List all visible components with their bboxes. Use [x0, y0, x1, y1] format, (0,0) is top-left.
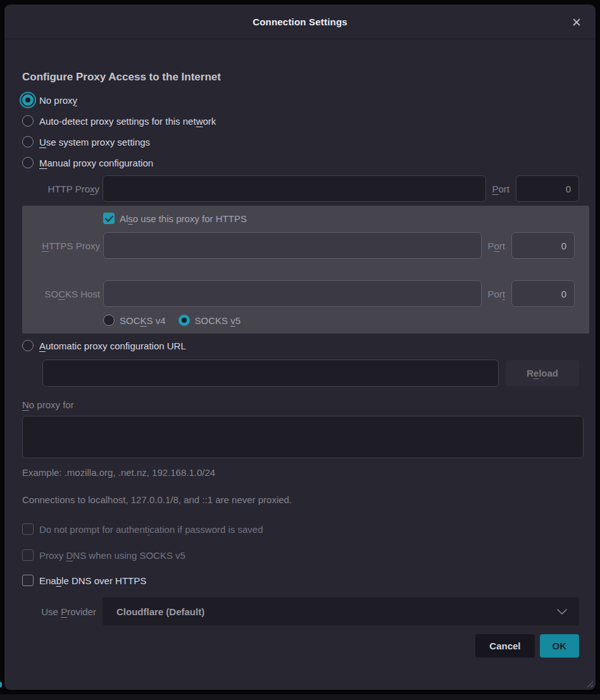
- proxy-dns-label: Proxy DNS when using SOCKS v5: [39, 550, 185, 561]
- dialog-titlebar: Connection Settings ✕: [4, 4, 596, 39]
- http-proxy-row: HTTP Proxy Port: [18, 175, 579, 202]
- radio-unchecked-icon[interactable]: [22, 115, 34, 127]
- no-auth-prompt-label: Do not prompt for authentication if pass…: [39, 524, 263, 535]
- https-port-input[interactable]: [511, 232, 575, 259]
- radio-manual-proxy-label: Manual proxy configuration: [39, 158, 153, 168]
- close-icon: ✕: [572, 15, 582, 29]
- socks-host-input[interactable]: [103, 280, 482, 307]
- socks-v4-label[interactable]: SOCKS v4: [120, 315, 166, 326]
- never-proxied-note: Connections to localhost, 127.0.0.1/8, a…: [22, 494, 579, 506]
- socks-host-row: SOCKS Host Port: [22, 280, 575, 307]
- socks-host-label: SOCKS Host: [22, 289, 103, 299]
- background-page-strip: [0, 694, 600, 700]
- socks-v5-label[interactable]: SOCKS v5: [195, 315, 241, 326]
- chevron-down-icon: [555, 604, 569, 618]
- cancel-button[interactable]: Cancel: [475, 634, 534, 658]
- ok-button[interactable]: OK: [540, 634, 580, 658]
- also-https-row[interactable]: Also use this proxy for HTTPS: [103, 213, 575, 224]
- radio-no-proxy[interactable]: No proxy: [22, 94, 579, 106]
- radio-unchecked-icon[interactable]: [22, 157, 34, 168]
- background-page-element: [0, 682, 2, 687]
- connection-settings-dialog: Connection Settings ✕ Configure Proxy Ac…: [4, 4, 596, 690]
- radio-auto-url-label: Automatic proxy configuration URL: [39, 341, 186, 351]
- dialog-title: Connection Settings: [253, 16, 347, 27]
- socks-version-row: SOCKS v4 SOCKS v5: [103, 315, 575, 326]
- radio-checked-icon[interactable]: [178, 315, 190, 326]
- close-button[interactable]: ✕: [566, 12, 587, 32]
- radio-manual-proxy[interactable]: Manual proxy configuration: [22, 157, 579, 168]
- provider-select-value: Cloudflare (Default): [116, 606, 204, 617]
- radio-checked-icon[interactable]: [22, 94, 34, 106]
- checkbox-unchecked-icon[interactable]: [22, 575, 34, 586]
- checkbox-enable-doh[interactable]: Enable DNS over HTTPS: [22, 575, 579, 586]
- provider-select[interactable]: Cloudflare (Default): [103, 597, 579, 625]
- also-https-label: Also use this proxy for HTTPS: [120, 213, 247, 224]
- dialog-content: Configure Proxy Access to the Internet N…: [4, 70, 596, 658]
- radio-unchecked-icon[interactable]: [103, 315, 115, 326]
- radio-unchecked-icon[interactable]: [22, 136, 34, 147]
- http-port-input[interactable]: [516, 175, 579, 202]
- checkbox-unchecked-icon: [22, 523, 34, 535]
- socks-port-input[interactable]: [511, 280, 575, 307]
- http-port-label: Port: [492, 184, 509, 194]
- radio-use-system[interactable]: Use system proxy settings: [22, 136, 579, 147]
- https-port-label: Port: [487, 241, 505, 251]
- radio-auto-url[interactable]: Automatic proxy configuration URL: [22, 340, 579, 351]
- reload-button[interactable]: Reload: [506, 360, 579, 386]
- doh-provider-row: Use Provider Cloudflare (Default): [18, 597, 579, 625]
- https-socks-panel: Also use this proxy for HTTPS HTTPS Prox…: [22, 206, 589, 334]
- http-proxy-input[interactable]: [103, 175, 486, 202]
- checkbox-unchecked-icon: [22, 549, 34, 561]
- checkbox-proxy-dns: Proxy DNS when using SOCKS v5: [22, 549, 579, 561]
- use-provider-label: Use Provider: [18, 606, 103, 617]
- enable-doh-label: Enable DNS over HTTPS: [39, 575, 146, 586]
- example-text: Example: .mozilla.org, .net.nz, 192.168.…: [22, 466, 579, 479]
- radio-no-proxy-label: No proxy: [39, 95, 77, 106]
- http-proxy-label: HTTP Proxy: [18, 184, 103, 194]
- socks-port-label: Port: [487, 289, 505, 299]
- radio-use-system-label: Use system proxy settings: [39, 137, 150, 147]
- no-proxy-for-textarea[interactable]: [22, 416, 584, 458]
- https-proxy-label: HTTPS Proxy: [22, 241, 103, 251]
- page-title: Configure Proxy Access to the Internet: [22, 70, 579, 84]
- https-proxy-row: HTTPS Proxy Port: [22, 232, 575, 259]
- no-proxy-for-label: No proxy for: [22, 399, 579, 410]
- checkbox-checked-icon[interactable]: [103, 213, 115, 224]
- auto-url-input[interactable]: [42, 359, 499, 387]
- auto-url-row: Reload: [18, 359, 579, 387]
- https-proxy-input[interactable]: [103, 232, 482, 259]
- radio-auto-detect[interactable]: Auto-detect proxy settings for this netw…: [22, 115, 579, 127]
- radio-unchecked-icon[interactable]: [22, 340, 34, 351]
- radio-auto-detect-label: Auto-detect proxy settings for this netw…: [39, 116, 216, 127]
- dialog-footer: Cancel OK: [18, 634, 579, 658]
- resize-handle[interactable]: [584, 678, 594, 688]
- checkbox-no-auth-prompt: Do not prompt for authentication if pass…: [22, 523, 579, 535]
